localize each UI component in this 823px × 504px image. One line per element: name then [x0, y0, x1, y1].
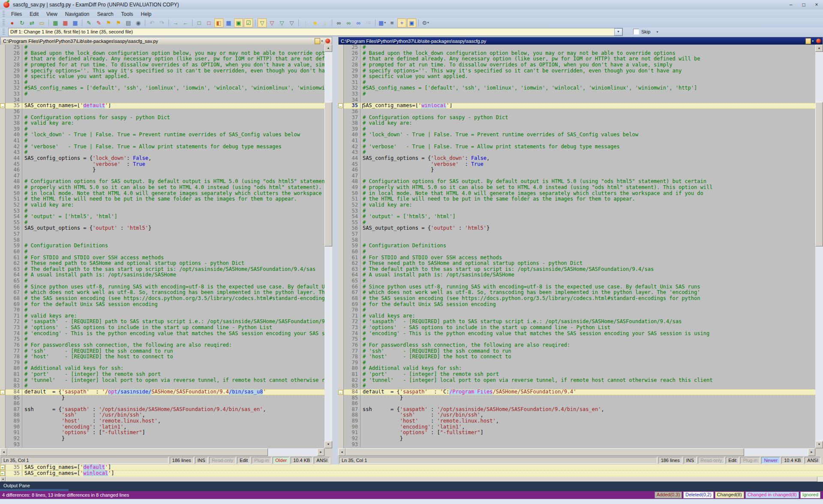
prev-diff-icon[interactable]: ←	[181, 18, 190, 27]
code-line-33[interactable]: 33#	[344, 91, 815, 97]
status-badge[interactable]: Changed(8)	[715, 492, 744, 498]
code-line-74[interactable]: 74# 'encoding' - This is the python enco…	[344, 331, 815, 337]
menu-item-edit[interactable]: Edit	[26, 10, 42, 18]
line-text[interactable]: # Configuration options for SAS output. …	[360, 179, 815, 185]
code-line-66[interactable]: 66# Since python uses utf-8, running SAS…	[344, 284, 815, 290]
line-text[interactable]: # that are defined already. Any necessar…	[22, 56, 324, 62]
status-badge[interactable]: Deleted(0,2)	[683, 492, 714, 498]
code-line-93[interactable]: 93	[6, 442, 324, 448]
code-line-73[interactable]: 73# 'options' - SAS options to include i…	[6, 325, 324, 331]
code-line-46[interactable]: 46 }	[344, 167, 815, 173]
code-line-73[interactable]: 73# 'options' - SAS options to include i…	[344, 325, 815, 331]
right-insert-mode[interactable]: INS	[684, 457, 697, 464]
code-line-82[interactable]: 82# 'tunnel' - [integer] local port to o…	[6, 378, 324, 384]
line-text[interactable]: #	[360, 336, 815, 342]
code-line-45[interactable]: 45 'verbose' : True	[344, 162, 815, 168]
left-horizontal-scrollbar[interactable]: ◄ ►	[0, 448, 324, 456]
code-line-50[interactable]: 50# in local mode. Note that HTML 4.0 wi…	[6, 191, 324, 197]
diff-dropdown-arrow-icon[interactable]: ▼	[614, 28, 622, 36]
code-line-68[interactable]: 68# the SAS session encoding (see https:…	[6, 296, 324, 302]
code-line-74[interactable]: 74# 'encoding' - This is the python enco…	[6, 331, 324, 337]
line-text[interactable]: # These need path to SASHome and optiona…	[360, 261, 815, 267]
code-line-55[interactable]: 55#	[6, 220, 324, 226]
line-text[interactable]: #SAS_config_names = ['default', 'ssh', '…	[22, 85, 324, 91]
show-identical-icon[interactable]: □	[195, 18, 204, 27]
line-text[interactable]: # 'lock_down' - True | False. True = Pre…	[22, 132, 324, 138]
code-line-67[interactable]: 67# which does not work well as utf-8. S…	[6, 290, 324, 296]
code-line-40[interactable]: 40# 'lock_down' - True | False. True = P…	[344, 132, 815, 138]
line-text[interactable]: #	[22, 336, 324, 342]
code-line-88[interactable]: 88 'ssh' : '/usr/bin/ssh',	[344, 412, 815, 418]
code-line-57[interactable]: 57	[6, 231, 324, 237]
code-line-52[interactable]: 52# valid key are:	[6, 202, 324, 208]
line-text[interactable]: #	[22, 45, 324, 51]
line-text[interactable]: # A usual install path is: /opt/sasinsid…	[360, 272, 815, 278]
line-text[interactable]	[360, 237, 815, 243]
sync-scroll-icon[interactable]: ▣	[234, 18, 243, 27]
code-line-58[interactable]: 58	[6, 237, 324, 243]
code-line-30[interactable]: 30# specific value you want applied.	[6, 74, 324, 80]
code-line-61[interactable]: 61# For STDIO and STDIO over SSH access …	[6, 255, 324, 261]
copy-down-icon[interactable]: ↓	[321, 18, 330, 27]
line-text[interactable]: }	[22, 436, 324, 442]
line-text[interactable]	[22, 442, 324, 448]
code-line-51[interactable]: 51# the HTML file will need to be put in…	[344, 196, 815, 202]
line-text[interactable]: 'verbose' : True	[360, 162, 815, 168]
code-line-43[interactable]: 43#	[344, 150, 815, 156]
line-text[interactable]: #	[360, 80, 815, 86]
line-text[interactable]: }	[360, 436, 815, 442]
recompare-icon[interactable]: ↻	[18, 18, 27, 27]
code-line-91[interactable]: 91 'options' : ["-fullstimer"]	[6, 430, 324, 436]
show-all-icon[interactable]: ▦	[224, 18, 233, 27]
line-text[interactable]: # Additional valid keys for ssh:	[22, 366, 324, 372]
line-text[interactable]: # specify options=''. This way it's spec…	[22, 68, 324, 74]
code-line-85[interactable]: 85 }	[6, 395, 324, 401]
find-next-icon[interactable]: ∞	[344, 18, 353, 27]
code-line-49[interactable]: 49# properly with HTML 5.0 so it can als…	[6, 185, 324, 191]
line-text[interactable]: # For passwordless ssh connection, the f…	[360, 342, 815, 348]
code-line-60[interactable]: 60#	[6, 249, 324, 255]
code-line-86[interactable]: 86	[6, 401, 324, 407]
line-text[interactable]: # 'tunnel' - [integer] local port to ope…	[360, 378, 815, 384]
line-text[interactable]: 'encoding': 'latin1',	[22, 424, 324, 430]
diffbar-grip[interactable]	[3, 29, 5, 35]
code-line-63[interactable]: 63# The default path to the sas start up…	[6, 267, 324, 273]
close-button[interactable]: ×	[810, 0, 823, 9]
code-line-47[interactable]: 47	[344, 173, 815, 179]
code-line-70[interactable]: 70#	[344, 307, 815, 313]
line-text[interactable]: # valid key are:	[360, 120, 815, 126]
right-vertical-thumb[interactable]	[815, 102, 823, 246]
code-line-34[interactable]: 34	[6, 97, 324, 103]
line-text[interactable]: # 'encoding' - This is the python encodi…	[22, 331, 324, 337]
compare-icon[interactable]: ●	[8, 18, 17, 27]
line-text[interactable]: # The default path to the sas start up s…	[360, 267, 815, 273]
output-pane-tab[interactable]: Output Pane	[3, 483, 30, 488]
left-scroll-left-icon[interactable]: ◄	[0, 448, 7, 456]
match-case-icon[interactable]: AB	[364, 18, 373, 27]
line-text[interactable]: # valid keys are:	[360, 313, 815, 319]
code-line-87[interactable]: 87ssh = {'saspath' : '/opt/sasinside/SAS…	[6, 407, 324, 413]
code-line-90[interactable]: 90 'encoding': 'latin1',	[6, 424, 324, 430]
code-line-88[interactable]: 88 'ssh' : '/usr/bin/ssh',	[6, 412, 324, 418]
code-line-53[interactable]: 53#	[6, 208, 324, 214]
swap-panes-icon[interactable]: ⇄	[27, 18, 36, 27]
right-vertical-scrollbar[interactable]: ▲ ▼	[815, 45, 823, 448]
line-text[interactable]: # which does not work well as utf-8. So,…	[360, 290, 815, 296]
line-text[interactable]	[360, 173, 815, 179]
status-badge[interactable]: Added(0,3)	[655, 492, 682, 498]
show-checked-icon[interactable]: ☑	[244, 18, 253, 27]
copy-block-icon[interactable]: ■	[311, 18, 320, 27]
line-text[interactable]: # 'options' - SAS options to include in …	[22, 325, 324, 331]
editor-options-icon[interactable]: ▣	[407, 18, 416, 27]
code-line-76[interactable]: 76# For passwordless ssh connection, the…	[344, 342, 815, 348]
line-text[interactable]: #	[22, 278, 324, 284]
code-line-91[interactable]: 91 'options' : ["-fullstimer"]	[344, 430, 815, 436]
line-text[interactable]	[22, 231, 324, 237]
line-text[interactable]: # the HTML file will need to be put in t…	[22, 196, 324, 202]
code-line-26[interactable]: 26# Based upon the lock_down configurati…	[6, 51, 324, 57]
status-badge[interactable]: Changed in changed(8)	[745, 492, 799, 498]
right-header-app-icon[interactable]	[816, 39, 821, 43]
left-scroll-up-icon[interactable]: ▲	[324, 45, 332, 52]
line-text[interactable]: # For STDIO and STDIO over SSH access me…	[22, 255, 324, 261]
goto-first-icon[interactable]: ⚑	[104, 18, 113, 27]
